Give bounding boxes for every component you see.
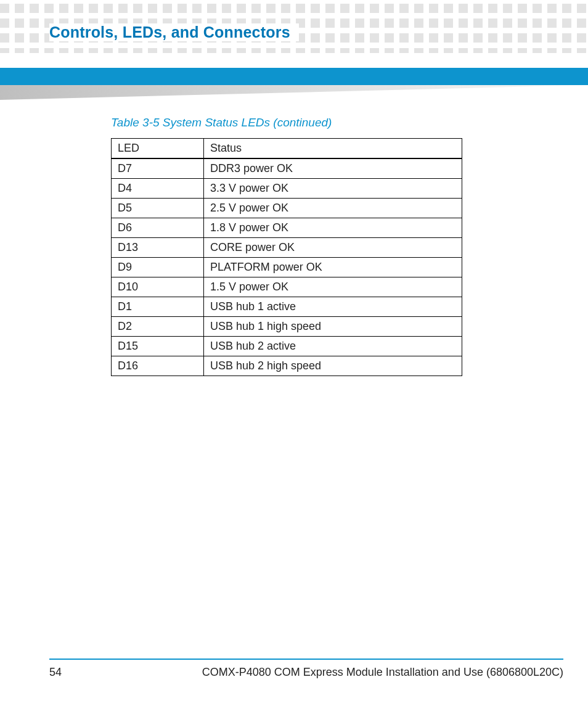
cell-status: 1.5 V power OK [204,277,462,297]
footer-rule [49,659,563,660]
cell-status: USB hub 2 high speed [204,356,462,376]
cell-status: CORE power OK [204,238,462,258]
table-row: D9PLATFORM power OK [112,258,462,277]
cell-led: D4 [112,179,204,199]
table-row: D16USB hub 2 high speed [112,356,462,376]
header-wedge-shadow [0,85,588,100]
cell-led: D13 [112,238,204,258]
system-status-led-table: LED Status D7DDR3 power OKD43.3 V power … [111,138,462,376]
table-row: D101.5 V power OK [112,277,462,297]
cell-status: USB hub 1 active [204,297,462,317]
cell-status: PLATFORM power OK [204,258,462,277]
cell-led: D16 [112,356,204,376]
table-header-row: LED Status [112,139,462,159]
table-row: D1USB hub 1 active [112,297,462,317]
table-caption: Table 3-5 System Status LEDs (continued) [111,116,505,129]
table-row: D7DDR3 power OK [112,158,462,179]
page-number: 54 [49,666,62,679]
cell-led: D15 [112,337,204,356]
cell-status: USB hub 2 active [204,337,462,356]
cell-led: D1 [112,297,204,317]
table-row: D43.3 V power OK [112,179,462,199]
cell-status: USB hub 1 high speed [204,317,462,337]
table-row: D13CORE power OK [112,238,462,258]
cell-status: 2.5 V power OK [204,199,462,218]
cell-led: D7 [112,158,204,179]
cell-led: D9 [112,258,204,277]
table-row: D2USB hub 1 high speed [112,317,462,337]
section-title: Controls, LEDs, and Connectors [49,23,299,41]
cell-status: 1.8 V power OK [204,218,462,238]
cell-led: D10 [112,277,204,297]
cell-led: D2 [112,317,204,337]
doc-title: COMX-P4080 COM Express Module Installati… [202,666,563,679]
table-row: D52.5 V power OK [112,199,462,218]
cell-status: 3.3 V power OK [204,179,462,199]
col-header-status: Status [204,139,462,159]
col-header-led: LED [112,139,204,159]
cell-status: DDR3 power OK [204,158,462,179]
cell-led: D6 [112,218,204,238]
table-row: D15USB hub 2 active [112,337,462,356]
table-row: D61.8 V power OK [112,218,462,238]
cell-led: D5 [112,199,204,218]
header-blue-bar [0,68,588,85]
